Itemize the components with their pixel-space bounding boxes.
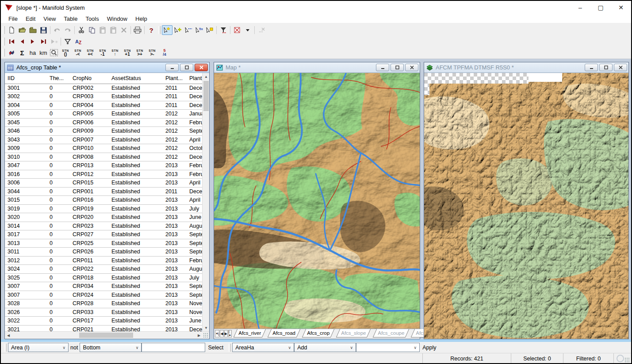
apply-field-dropdown[interactable]: AreaHa∨ [232,343,294,352]
table-row[interactable]: 30040CRP004Established2011Decer [5,101,202,110]
table-row[interactable]: 30120CRP011Established2013Febru [5,256,202,265]
menu-tools[interactable]: Tools [81,15,103,23]
print-icon[interactable] [132,25,143,35]
filter-icon[interactable] [62,37,73,46]
table-row[interactable]: 30010CRP002Established2011Decer [5,84,202,92]
column-header-cropno[interactable]: CropNo [70,73,109,84]
select-new-icon[interactable] [162,25,172,35]
table-row[interactable]: 30430CRP007Established2012April [5,135,202,144]
table-restore-button[interactable] [180,64,193,71]
previous-record-icon[interactable] [17,37,27,46]
table-row[interactable]: 30460CRP009Established2012Septe [5,127,202,136]
not-toggle[interactable]: not [69,345,80,351]
tab-previous-icon[interactable]: ◀ [220,330,223,337]
table-row[interactable]: 30440CRP001Established2011Decer [5,187,202,196]
stn-button-0[interactable]: STN() [59,48,72,57]
maximize-button[interactable]: ▢ [590,1,611,14]
map-close-button[interactable] [405,64,418,71]
table-row[interactable]: 30070CRP024Established2013Septe [5,291,202,299]
save-icon[interactable] [38,25,49,35]
kilometers-icon[interactable]: km [38,48,49,57]
window-resize-grip[interactable] [624,357,630,363]
select-value-input[interactable] [142,343,205,352]
column-header-plantyear[interactable]: Plant... [163,73,187,84]
resize-grip[interactable] [203,333,209,338]
map-canvas[interactable] [214,73,420,329]
table-row[interactable]: 30260CRP033Established2013Nover [5,308,202,317]
close-button[interactable]: ✕ [611,1,631,14]
scroll-up-icon[interactable]: ▲ [203,73,210,80]
table-row[interactable]: 30280CRP028Established2013Nover [5,299,202,308]
table-row[interactable]: 30170CRP027Established2013Septe [5,230,202,239]
apply-value-dropdown[interactable]: ∨ [356,343,420,352]
toolbar-gripper[interactable] [158,26,161,34]
folder-icon[interactable] [27,25,38,35]
horizontal-scroll-thumb[interactable] [79,333,133,338]
select-button[interactable]: Select [205,344,226,352]
stn-button-5[interactable]: STN+1 [121,48,134,57]
map-restore-button[interactable] [391,64,404,71]
select-box-icon[interactable]: 5x [194,25,204,35]
apply-button[interactable]: Apply [420,344,439,352]
hectares-icon[interactable]: ha [27,48,38,57]
table-minimize-button[interactable] [165,64,179,71]
minimize-button[interactable]: – [570,1,590,14]
layer-tab-afcs_road[interactable]: Afcs_road [268,329,300,337]
next-record-icon[interactable] [27,37,38,46]
scroll-right-icon[interactable]: ▶ [196,332,202,339]
paste-special-icon[interactable] [108,25,119,35]
last-record-icon[interactable] [38,37,49,46]
menu-file[interactable]: File [4,15,22,23]
table-row[interactable]: 30450CRP006Established2012Febru [5,118,202,127]
menu-table[interactable]: Table [60,15,81,23]
table-row[interactable]: 30250CRP018Established2013July [5,273,202,282]
open-icon[interactable] [17,25,27,35]
table-row[interactable]: 30130CRP025Established2013Septe [5,239,202,248]
sort-az-icon[interactable]: AZ [73,37,84,46]
table-row[interactable]: 30140CRP023Established2013Augus [5,222,202,230]
layer-tab-afcs_coupe[interactable]: Afcs_coupe [372,329,409,337]
stn-button-3[interactable]: STN-1 [96,48,109,57]
table-row[interactable]: 30210CRP021Established2013Decer [5,325,202,331]
copy-icon[interactable] [87,25,97,35]
apply-operator-dropdown[interactable]: Add∨ [294,343,356,352]
zoom-box-icon[interactable] [49,48,59,57]
tab-next-icon[interactable]: ▶ [224,330,228,337]
tab-last-icon[interactable]: |⯈ [228,330,232,337]
map-window-titlebar[interactable]: Map * [214,62,420,73]
first-record-icon[interactable] [6,37,17,46]
table-header-row[interactable]: IIDThe...CropNoAssetStatusPlant...Plant [5,73,202,84]
cut-icon[interactable] [76,25,87,35]
menu-window[interactable]: Window [103,15,131,23]
filter-selection-icon[interactable] [218,25,229,35]
table-row[interactable]: 30150CRP016Established2013April [5,196,202,205]
column-header-theme[interactable]: The... [47,73,70,84]
toolbar-gripper[interactable] [229,344,231,352]
dtm-close-button[interactable] [614,64,627,71]
dtm-canvas[interactable] [424,73,628,339]
select-field-dropdown[interactable]: Area (I)∨ [8,343,69,352]
layer-tab-afcs_river[interactable]: Afcs_river [234,329,266,337]
stn-button-6[interactable]: STN>+ [134,48,146,57]
menu-help[interactable]: Help [131,15,151,23]
table-row[interactable]: 30070CRP034Established2013Septe [5,282,202,291]
delete-icon[interactable] [119,25,129,35]
table-row[interactable]: 30100CRP008Established2012Decer [5,153,202,161]
table-row[interactable]: 30160CRP012Established2013Febru [5,170,202,179]
layer-tab-afcs_crop[interactable]: Afcs_crop [302,329,335,337]
select-touch-icon[interactable] [204,25,215,35]
ratio-icon[interactable]: 5/4 [158,48,171,57]
column-header-plantmonth[interactable]: Plant [187,73,202,84]
stn-button-1[interactable]: STN-< [72,48,84,57]
layer-tab-afcs_slope[interactable]: Afcs_slope [336,329,371,337]
table-vertical-scrollbar[interactable]: ▲ ▼ [202,73,209,331]
toolbar-gripper[interactable] [3,38,5,46]
vertical-scroll-thumb[interactable] [203,81,209,111]
map-minimize-button[interactable] [376,64,389,71]
clear-selection-icon[interactable] [256,25,267,35]
transform-icon[interactable] [6,48,17,57]
help-icon[interactable]: ? [146,25,157,35]
table-row[interactable]: 30110CRP026Established2013Septe [5,248,202,257]
sum-icon[interactable]: Σ [17,48,27,57]
toolbar-gripper[interactable] [4,344,7,352]
